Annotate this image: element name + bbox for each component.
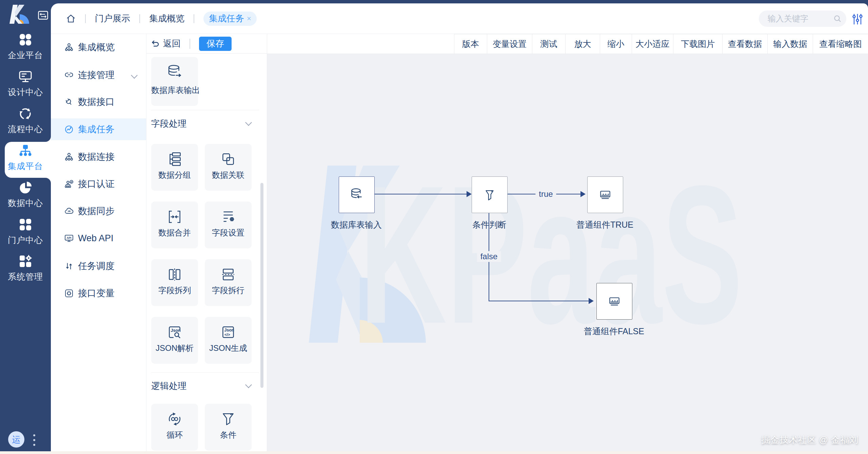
rail-item-design[interactable]: 设计中心 [0,67,51,98]
pie-chart-icon [0,178,51,197]
sidebar-item-api-variables[interactable]: 接口变量 [51,282,146,304]
variables-button[interactable]: 变量设置 [487,34,532,54]
user-avatar[interactable]: 运 [8,431,24,448]
rail-item-enterprise[interactable]: 企业平台 [0,30,51,61]
svg-text:</>: </> [224,333,230,337]
svg-text:Json: Json [224,328,234,333]
download-image-button[interactable]: 下载图片 [673,34,722,54]
save-button[interactable]: 保存 [199,37,232,51]
breadcrumb-portal[interactable]: 门户展示 [95,13,130,24]
integration-sitemap-icon [0,141,51,160]
sidebar-item-api-auth[interactable]: 接口认证 [51,173,146,195]
palette-item-field-split-row[interactable]: 字段拆行 [205,259,252,306]
page: 企业平台 设计中心 流程中心 [0,0,868,454]
palette-item-field-settings[interactable]: 字段设置 [205,202,252,248]
sidebar-item-data-sync[interactable]: 数据同步 [51,200,146,222]
back-button[interactable]: 返回 [151,38,181,50]
node-db-input[interactable] [339,176,375,213]
node-label: 数据库表输入 [331,219,382,230]
flow-canvas[interactable]: KPaaS true false [267,54,868,451]
breadcrumb-separator [139,14,140,23]
rail-item-process[interactable]: 流程中心 [0,104,51,135]
system-gear-icon [0,251,51,271]
breadcrumb-separator [85,14,86,23]
more-options-icon[interactable] [33,434,36,449]
palette-column: 返回 保存 [146,34,267,451]
node-label: 条件判断 [472,219,506,230]
input-data-button[interactable]: 输入数据 [767,34,813,54]
svg-text:API: API [67,236,72,240]
node-label: 普通组件FALSE [584,326,644,337]
view-data-button[interactable]: 查看数据 [722,34,767,54]
module-sidebar: 集成概览 连接管理 数据接口 [51,34,146,451]
palette-item-json-generate[interactable]: Json </> JSON生成 [205,317,252,364]
process-cycle-icon [0,104,51,124]
sidebar-item-task-schedule[interactable]: 任务调度 [51,255,146,277]
field-settings-icon [205,206,252,228]
bottom-strip [0,451,868,454]
rail-item-portal[interactable]: 门户中心 [0,215,51,246]
chevron-down-icon[interactable] [131,72,138,79]
sidebar-item-web-api[interactable]: API Web API [51,227,146,249]
sidebar-item-overview[interactable]: 集成概览 [51,36,146,58]
palette-item-data-group[interactable]: 数据分组 [151,144,198,191]
palette-item-loop[interactable]: 循环 [151,404,198,451]
sidebar-item-integration-task[interactable]: 集成任务 [51,118,146,140]
breadcrumb-separator [194,14,194,23]
arrowhead-icon [580,191,586,197]
edge-db-to-condition [374,194,467,194]
brand-logo-icon[interactable] [9,4,37,24]
data-group-icon [151,148,198,170]
database-output-icon [151,61,198,83]
canvas-toolbar-buttons: 版本 变量设置 测试 放大 缩小 大小适应 下载图片 查看数据 输入数据 查看缩… [454,34,868,54]
field-split-row-icon [205,263,252,286]
sidebar-item-connections[interactable]: 连接管理 [51,64,146,86]
filter-settings-icon[interactable] [852,13,863,24]
arrowhead-icon [467,191,472,197]
view-thumbnail-button[interactable]: 查看缩略图 [813,34,868,54]
home-icon[interactable] [66,14,76,24]
palette-section-logic[interactable]: 逻辑处理 [151,378,259,394]
sidebar-item-data-api[interactable]: 数据接口 [51,91,146,113]
tab-integration-task[interactable]: 集成任务 × [203,12,257,26]
version-button[interactable]: 版本 [454,34,487,54]
breadcrumb-overview[interactable]: 集成概览 [149,13,184,24]
node-component-false[interactable] [596,283,632,320]
fit-size-button[interactable]: 大小适应 [632,34,673,54]
palette-item-condition[interactable]: 条件 [205,404,252,451]
palette-item-json-parse[interactable]: Json JSON解析 [151,317,198,364]
arrowhead-icon [589,298,594,304]
palette-item-field-split-col[interactable]: 字段拆列 [151,259,198,306]
app-header: 门户展示 集成概览 集成任务 × [51,3,868,34]
collapse-sidebar-icon[interactable] [38,11,48,20]
zoom-in-button[interactable]: 放大 [565,34,600,54]
palette-item-data-relate[interactable]: 数据关联 [205,144,252,191]
svg-text:Json: Json [171,328,181,333]
rail-item-integration[interactable]: 集成平台 [0,141,51,172]
search-icon[interactable] [833,15,842,23]
grid-icon [0,30,51,50]
canvas-toolbar: 版本 变量设置 测试 放大 缩小 大小适应 下载图片 查看数据 输入数据 查看缩… [267,34,868,54]
edge-condition-to-false-horizontal [489,301,589,301]
palette-item-db-output[interactable]: 数据库表输出 [151,57,198,106]
json-generate-icon: Json </> [205,321,252,343]
zoom-out-button[interactable]: 缩小 [600,34,632,54]
rail-item-data-center[interactable]: 数据中心 [0,178,51,209]
sidebar-item-data-connection[interactable]: 数据连接 [51,146,146,168]
node-component-true[interactable] [587,176,623,213]
rail-item-system[interactable]: 系统管理 [0,251,51,282]
palette-divider [151,110,259,110]
portal-grid-icon [0,215,51,234]
test-button[interactable]: 测试 [532,34,565,54]
tab-close-icon[interactable]: × [247,14,251,23]
node-condition[interactable] [472,176,508,213]
header-right [759,11,868,27]
palette-item-data-merge[interactable]: 数据合并 [151,202,198,248]
palette-section-field[interactable]: 字段处理 [151,115,259,132]
loop-icon [151,408,198,430]
palette-scrollbar[interactable] [260,183,263,388]
search-box [759,11,846,27]
community-credit: 掘金技术社区 @ 金福刘 [761,434,859,446]
content-row: 集成概览 连接管理 数据接口 [51,34,868,451]
edge-label-false: false [477,251,501,262]
